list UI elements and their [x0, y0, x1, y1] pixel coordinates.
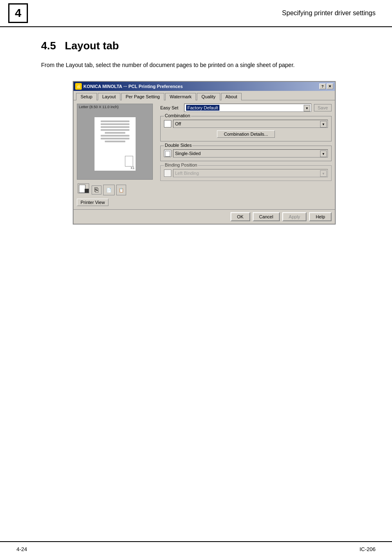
tab-layout[interactable]: Layout — [98, 93, 120, 100]
dialog-title: KONICA MINOLTA ··· PCL Printing Preferen… — [83, 84, 183, 89]
double-sides-label: Double Sides — [164, 143, 192, 148]
section-description: From the Layout tab, select the number o… — [41, 60, 329, 70]
footer-page-number: 4-24 — [16, 546, 27, 552]
section-number: 4.5 — [41, 39, 56, 52]
easy-set-select[interactable]: Factory Default ▼ — [184, 104, 311, 112]
tab-watermark[interactable]: Watermark — [165, 93, 196, 100]
combination-details-button[interactable]: Combination Details... — [217, 130, 275, 138]
tab-quality[interactable]: Quality — [197, 93, 220, 100]
copy-icon: ⎘ — [92, 185, 101, 195]
double-sides-value: Single-Sided — [175, 151, 201, 156]
binding-position-icon — [164, 169, 171, 177]
ok-button[interactable]: OK — [231, 212, 250, 221]
dialog-icon: 🖨 — [75, 83, 82, 90]
easy-set-value: Factory Default — [186, 105, 219, 111]
binding-position-label: Binding Position — [164, 162, 198, 167]
title-bar-left: 🖨 KONICA MINOLTA ··· PCL Printing Prefer… — [75, 83, 183, 90]
combination-icon — [164, 120, 171, 127]
chapter-number: 4 — [15, 7, 21, 20]
preview-label: Letter (8.50 X 11.0 inch) — [79, 105, 119, 109]
section-title: 4.5 Layout tab — [41, 39, 367, 52]
tab-per-page-setting[interactable]: Per Page Setting — [121, 93, 164, 100]
layout-icon-1 — [78, 183, 89, 193]
preview-line-3 — [101, 126, 129, 128]
preview-line-1 — [101, 120, 129, 122]
page-footer: 4-24 IC-206 — [0, 541, 392, 556]
save-button[interactable]: Save — [314, 104, 332, 111]
dialog-body: Letter (8.50 X 11.0 inch) x1 — [74, 100, 335, 209]
preview-line-8 — [105, 141, 125, 142]
binding-position-row: Left Binding ▼ — [164, 169, 328, 177]
easy-set-row: Easy Set Factory Default ▼ Save — [160, 104, 332, 112]
title-bar-controls[interactable]: ? ✕ — [319, 83, 333, 89]
preview-line-2 — [101, 123, 129, 125]
tabs-bar: Setup Layout Per Page Setting Watermark … — [74, 91, 335, 100]
footer-code: IC-206 — [360, 546, 376, 552]
combination-select[interactable]: Off ▼ — [173, 120, 328, 128]
easy-set-arrow[interactable]: ▼ — [304, 105, 310, 111]
left-panel: Letter (8.50 X 11.0 inch) x1 — [77, 104, 157, 206]
combination-value: Off — [175, 121, 181, 126]
chapter-number-box: 4 — [8, 3, 28, 23]
double-sides-row: Single-Sided ▼ — [164, 149, 328, 158]
preview-line-5 — [105, 132, 125, 134]
easy-set-label: Easy Set — [160, 105, 182, 110]
combination-row: Off ▼ — [164, 120, 328, 128]
help-footer-button[interactable]: Help — [309, 212, 332, 221]
cancel-button[interactable]: Cancel — [253, 212, 280, 221]
double-sides-group: Double Sides Single-Sided ▼ — [160, 146, 332, 161]
apply-button[interactable]: Apply — [282, 212, 307, 221]
title-bar: 🖨 KONICA MINOLTA ··· PCL Printing Prefer… — [74, 82, 335, 91]
binding-position-select: Left Binding ▼ — [173, 169, 328, 177]
dialog-footer: OK Cancel Apply Help — [74, 209, 335, 224]
main-content: 4.5 Layout tab From the Layout tab, sele… — [0, 27, 392, 266]
preview-corner-box — [125, 156, 133, 167]
double-sides-arrow[interactable]: ▼ — [320, 151, 327, 157]
preview-box: Letter (8.50 X 11.0 inch) x1 — [77, 104, 153, 180]
double-sides-select[interactable]: Single-Sided ▼ — [173, 149, 328, 158]
combination-group: Combination Off ▼ Combination Details... — [160, 116, 332, 141]
help-button[interactable]: ? — [319, 83, 326, 89]
preview-line-6 — [101, 135, 129, 137]
details-btn-wrapper: Combination Details... — [164, 130, 328, 138]
preview-x1-label: x1 — [131, 166, 135, 170]
printer-preferences-dialog: 🖨 KONICA MINOLTA ··· PCL Printing Prefer… — [73, 81, 336, 225]
binding-position-arrow: ▼ — [320, 170, 327, 177]
tab-about[interactable]: About — [221, 93, 242, 100]
binding-position-group: Binding Position Left Binding ▼ — [160, 165, 332, 181]
combination-arrow[interactable]: ▼ — [320, 121, 327, 127]
combination-label: Combination — [164, 113, 191, 118]
preview-line-7 — [101, 138, 129, 139]
binding-position-value: Left Binding — [175, 171, 199, 176]
section-heading: Layout tab — [65, 39, 119, 52]
tab-setup[interactable]: Setup — [76, 93, 97, 100]
preview-icons-row: ⎘ 📄 📋 — [77, 181, 157, 195]
page-header: 4 Specifying printer driver settings — [0, 0, 392, 27]
double-sides-icon — [164, 150, 171, 157]
header-title: Specifying printer driver settings — [282, 9, 376, 17]
preview-line-4 — [101, 129, 129, 131]
pages-icon: 📄 — [103, 185, 115, 195]
preview-page: x1 — [95, 117, 136, 171]
single-icon: 📋 — [116, 185, 126, 195]
right-panel: Easy Set Factory Default ▼ Save Combinat… — [160, 104, 332, 206]
close-button[interactable]: ✕ — [327, 83, 333, 89]
printer-view-button[interactable]: Printer View — [77, 199, 108, 206]
